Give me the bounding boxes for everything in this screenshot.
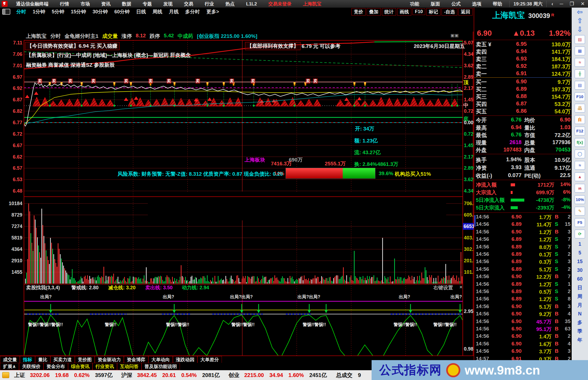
tick-row[interactable]: 14:566.909.2万B4 — [475, 311, 571, 318]
toolbar-button-5[interactable]: 标记 — [426, 8, 440, 16]
extension-tab-1[interactable]: 关联报价 — [19, 363, 44, 370]
period-tab-8[interactable]: 月线 — [166, 9, 182, 14]
indicator-close-icon[interactable]: × — [460, 284, 463, 290]
tick-row[interactable]: 14:566.901.7万B2 — [475, 214, 571, 221]
tick-row[interactable]: 14:566.890.1万S2 — [475, 251, 571, 259]
toolbar-button-4[interactable]: F10 — [412, 8, 425, 15]
period-shortcut-1[interactable]: 5 — [578, 250, 581, 256]
sell-level-1[interactable]: 卖四6.94141.7万 — [475, 48, 571, 56]
menu-item-0[interactable]: 行情 — [54, 1, 75, 7]
menu-item-2[interactable]: 资讯 — [96, 1, 116, 7]
bottom-tab-7[interactable]: 大单动向 — [148, 356, 173, 363]
toolbar-button-1[interactable]: 叠加 — [367, 8, 381, 16]
extension-tab-5[interactable]: 互动问答 — [117, 363, 142, 370]
period-tab-7[interactable]: 周线 — [149, 9, 166, 14]
sell-level-2[interactable]: 卖三6.93184.1万 — [475, 56, 571, 63]
chart-header-icons[interactable]: ▣▣ — [451, 33, 459, 38]
f12-icon[interactable]: F12 — [575, 127, 585, 135]
f10-icon[interactable]: F10 — [575, 92, 585, 101]
period-tab-3[interactable]: 15分钟 — [68, 9, 89, 14]
alert-sheet-icon[interactable]: ▤ — [575, 35, 585, 44]
login-status[interactable]: 交易未登录 — [263, 1, 297, 7]
tick-scrollbar[interactable] — [474, 215, 476, 227]
up-arrow-icon[interactable]: ⇧ — [577, 18, 583, 24]
period-tab-5[interactable]: 60分钟 — [111, 9, 133, 14]
menu-item-6[interactable]: 交易 — [178, 1, 199, 7]
toolbar-button-6[interactable]: -自选 — [442, 8, 457, 16]
extension-tab-3[interactable]: 综合资讯 — [68, 363, 93, 370]
kline-icon[interactable]: ╫ — [575, 69, 585, 78]
period-tab-4[interactable]: 30分钟 — [89, 9, 111, 14]
period-shortcut-8[interactable]: N — [578, 311, 582, 317]
trend-line-icon[interactable]: ≈ — [575, 58, 585, 67]
tick-row[interactable]: 14:566.905.1万B3 — [475, 303, 571, 311]
tick-row[interactable]: 14:566.8911.4万S15 — [475, 221, 571, 229]
down-arrow-icon[interactable]: ⇩ — [577, 26, 583, 32]
tick-row[interactable]: 14:566.890.5万S2 — [475, 288, 571, 296]
toolbar-button-0[interactable]: 竞价 — [351, 8, 366, 16]
mountain-icon[interactable]: ▲ — [575, 172, 585, 181]
pane-toggle-icon[interactable] — [2, 9, 10, 15]
period-shortcut-9[interactable]: 多 — [577, 320, 582, 326]
extension-tab-0[interactable]: 扩展∧ — [0, 363, 19, 370]
tick-row[interactable]: 14:566.891.2万S1 — [475, 281, 571, 288]
extension-tab-6[interactable]: 普及版功能说明 — [142, 363, 180, 370]
bottom-tab-2[interactable]: 量比 — [35, 356, 50, 363]
tick-row[interactable]: 14:566.890.3万S3 — [475, 259, 571, 266]
toolbar-button-2[interactable]: 统计 — [382, 8, 396, 16]
matrix-icon[interactable]: ▦ — [575, 47, 585, 55]
back-arrow-icon[interactable]: ⇦ — [577, 9, 583, 15]
toolbar-button-3[interactable]: 画线 — [397, 8, 411, 16]
menu-item-9[interactable]: L1L2 — [240, 1, 263, 7]
period-tab-0[interactable]: 分时 — [13, 9, 29, 14]
buy-level-3[interactable]: 买四6.8753.2万 — [475, 101, 571, 108]
percent-icon[interactable]: 10% — [575, 195, 585, 204]
tree-icon[interactable]: 品 — [575, 104, 585, 113]
close-icon[interactable]: ✕ — [577, 1, 588, 7]
period-shortcut-11[interactable]: 年 — [577, 337, 582, 343]
tick-row[interactable]: 14:566.901.2万B3 — [475, 229, 571, 236]
bottom-tab-9[interactable]: 大单差分 — [197, 356, 222, 363]
sell-level-4[interactable]: 卖一6.91124.7万 — [475, 70, 571, 78]
period-shortcut-4[interactable]: 60 — [577, 276, 583, 282]
menu-item-8[interactable]: 热点 — [220, 1, 240, 7]
refresh-icon[interactable]: ⟳ — [575, 230, 585, 238]
menu-item-3[interactable]: 数据 — [116, 1, 137, 7]
period-tab-9[interactable]: 多分时 — [182, 9, 203, 14]
intraday-chart[interactable]: 上海凯宝分时金龟婿分时主1成交量涨停8.12跌停5.42中成药[创业板指 221… — [0, 16, 474, 354]
circle-icon[interactable]: ◯ — [575, 150, 585, 158]
report-icon[interactable]: ▤ — [575, 81, 585, 90]
pencil-icon[interactable]: ✎ — [575, 207, 585, 215]
buy-level-4[interactable]: 买五6.8654.0万 — [475, 108, 571, 115]
bottom-tab-4[interactable]: 竞价图 — [75, 356, 95, 363]
menu-right-item-3[interactable]: 选项 — [466, 1, 487, 7]
tick-row[interactable]: 14:566.903.7万B3 — [475, 348, 571, 355]
toolbar-button-7[interactable]: 返回 — [458, 8, 473, 16]
period-shortcut-5[interactable]: 日 — [577, 285, 582, 291]
period-tab-10[interactable]: 更多> — [203, 9, 222, 14]
wave-icon[interactable]: ≈ — [575, 161, 585, 170]
zigzag-icon[interactable]: ʍ — [575, 184, 585, 193]
tick-row[interactable]: 14:566.9012.2万B7 — [475, 273, 571, 281]
bottom-tab-6[interactable]: 资金博弈 — [124, 356, 148, 363]
custom-icon[interactable]: 自 — [575, 115, 585, 124]
back-icon[interactable]: ‹ — [548, 1, 556, 7]
extension-tab-2[interactable]: 资金分布 — [44, 363, 68, 370]
period-shortcut-3[interactable]: 30 — [577, 267, 583, 273]
menu-item-5[interactable]: 发现 — [158, 1, 178, 7]
bottom-tab-3[interactable]: 买卖力道 — [50, 356, 75, 363]
sell-level-3[interactable]: 卖二6.92187.3万 — [475, 63, 571, 70]
buy-level-0[interactable]: 买一6.909.7万 — [475, 78, 571, 86]
menu-right-item-0[interactable]: 功能 — [404, 1, 425, 7]
period-shortcut-7[interactable]: 月 — [577, 302, 582, 308]
bottom-tab-1[interactable]: 指标 — [20, 356, 35, 363]
period-tab-1[interactable]: 1分钟 — [29, 9, 48, 14]
formula-icon[interactable]: f(x) — [575, 138, 585, 147]
period-shortcut-10[interactable]: 季 — [577, 328, 582, 334]
tick-row[interactable]: 14:566.9045.7万B35 — [475, 318, 571, 326]
period-shortcut-2[interactable]: 15 — [577, 259, 583, 265]
period-tab-6[interactable]: 日线 — [133, 9, 149, 14]
sell-level-0[interactable]: 卖五 ¥6.95130.0万 — [475, 41, 571, 48]
buy-level-1[interactable]: 买二6.89197.3万 — [475, 86, 571, 93]
indicator-settings[interactable]: 右键设置 — [433, 284, 453, 291]
